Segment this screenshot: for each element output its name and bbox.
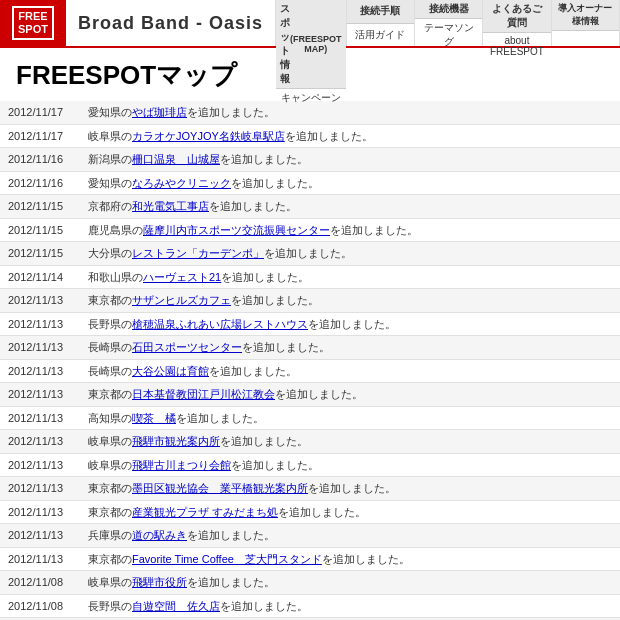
content-cell: 大分県のレストラン「カーデンポ」を追加しました。 [80, 242, 620, 266]
text-suffix: を追加しました。 [308, 482, 396, 494]
location-link[interactable]: 大谷公園は育館 [132, 365, 209, 377]
location-link[interactable]: ハーヴェスト21 [143, 271, 221, 283]
date-cell: 2012/11/13 [0, 359, 80, 383]
nav-theme-song[interactable]: テーマソング [415, 19, 482, 51]
location-link[interactable]: 石田スポーツセンター [132, 341, 242, 353]
table-row: 2012/11/13長崎県の大谷公園は育館を追加しました。 [0, 359, 620, 383]
table-row: 2012/11/15鹿児島県の薩摩川内市スポーツ交流振興センターを追加しました。 [0, 218, 620, 242]
content-cell: 京都府の和光電気工事店を追加しました。 [80, 195, 620, 219]
date-cell: 2012/11/15 [0, 218, 80, 242]
text-prefix: 高知県の [88, 412, 132, 424]
text-suffix: を追加しました。 [308, 318, 396, 330]
location-link[interactable]: 墨田区観光協会 業平橋観光案内所 [132, 482, 308, 494]
text-suffix: を追加しました。 [220, 153, 308, 165]
location-link[interactable]: カラオケJOYJOY名鉄岐阜駅店 [132, 130, 285, 142]
text-suffix: を追加しました。 [221, 271, 309, 283]
location-link[interactable]: 道の駅みき [132, 529, 187, 541]
date-cell: 2012/11/13 [0, 453, 80, 477]
text-prefix: 長野県の [88, 318, 132, 330]
text-prefix: 岐阜県の [88, 576, 132, 588]
text-suffix: を追加しました。 [176, 412, 264, 424]
location-link[interactable]: 飛騨市観光案内所 [132, 435, 220, 447]
nav-campaign[interactable]: キャンペーン [276, 89, 346, 107]
nav-group-1[interactable]: スポット情報(FREESPOT MAP) キャンペーン [276, 0, 347, 46]
date-cell: 2012/11/08 [0, 571, 80, 595]
text-suffix: を追加しました。 [264, 247, 352, 259]
location-link[interactable]: Favorite Time Coffee 芝大門スタンド [132, 553, 322, 565]
text-prefix: 岐阜県の [88, 130, 132, 142]
nav-group-5[interactable]: 導入オーナー様情報 [552, 0, 620, 46]
date-cell: 2012/11/13 [0, 383, 80, 407]
text-suffix: を追加しました。 [285, 130, 373, 142]
location-link[interactable]: 飛騨市役所 [132, 576, 187, 588]
location-link[interactable]: レストラン「カーデンポ」 [132, 247, 264, 259]
text-suffix: を追加しました。 [231, 294, 319, 306]
date-cell: 2012/11/13 [0, 524, 80, 548]
content-cell: 鹿児島県の薩摩川内市スポーツ交流振興センターを追加しました。 [80, 218, 620, 242]
text-prefix: 和歌山県の [88, 271, 143, 283]
table-row: 2012/11/13東京都の墨田区観光協会 業平橋観光案内所を追加しました。 [0, 477, 620, 501]
location-link[interactable]: なろみやクリニック [132, 177, 231, 189]
content-cell: 兵庫県の道の駅みきを追加しました。 [80, 524, 620, 548]
location-link[interactable]: 産業観光プラザ すみだまち処 [132, 506, 278, 518]
table-row: 2012/11/16新潟県の柵口温泉 山城屋を追加しました。 [0, 148, 620, 172]
content-cell: 岐阜県の飛騨古川まつり会館を追加しました。 [80, 453, 620, 477]
text-suffix: を追加しました。 [231, 177, 319, 189]
date-cell: 2012/11/13 [0, 406, 80, 430]
text-prefix: 兵庫県の [88, 529, 132, 541]
text-suffix: を追加しました。 [278, 506, 366, 518]
date-cell: 2012/11/15 [0, 242, 80, 266]
nav-owner-bottom [552, 31, 619, 46]
content-cell: 東京都の産業観光プラザ すみだまち処を追加しました。 [80, 500, 620, 524]
location-link[interactable]: 日本基督教団江戸川松江教会 [132, 388, 275, 400]
date-cell: 2012/11/14 [0, 265, 80, 289]
location-link[interactable]: 柵口温泉 山城屋 [132, 153, 220, 165]
table-row: 2012/11/14和歌山県のハーヴェスト21を追加しました。 [0, 265, 620, 289]
location-link[interactable]: 和光電気工事店 [132, 200, 209, 212]
content-cell: 長崎県の石田スポーツセンターを追加しました。 [80, 336, 620, 360]
date-cell: 2012/11/13 [0, 547, 80, 571]
table-row: 2012/11/13岐阜県の飛騨市観光案内所を追加しました。 [0, 430, 620, 454]
table-row: 2012/11/08長野県の自遊空間 佐久店を追加しました。 [0, 594, 620, 618]
table-row: 2012/11/13長崎県の石田スポーツセンターを追加しました。 [0, 336, 620, 360]
text-prefix: 岐阜県の [88, 435, 132, 447]
location-link[interactable]: 槍穂温泉ふれあい広場レストハウス [132, 318, 308, 330]
nav-owner-top: 導入オーナー様情報 [552, 0, 619, 31]
text-prefix: 鹿児島県の [88, 224, 143, 236]
table-row: 2012/11/13兵庫県の道の駅みきを追加しました。 [0, 524, 620, 548]
nav-group-3[interactable]: 接続機器 テーマソング [415, 0, 483, 46]
content-cell: 新潟県の柵口温泉 山城屋を追加しました。 [80, 148, 620, 172]
table-row: 2012/11/15京都府の和光電気工事店を追加しました。 [0, 195, 620, 219]
content-cell: 長野県の槍穂温泉ふれあい広場レストハウスを追加しました。 [80, 312, 620, 336]
content-cell: 東京都の日本基督教団江戸川松江教会を追加しました。 [80, 383, 620, 407]
table-row: 2012/11/13東京都のFavorite Time Coffee 芝大門スタ… [0, 547, 620, 571]
text-suffix: を追加しました。 [187, 106, 275, 118]
location-link[interactable]: 喫茶 橘 [132, 412, 176, 424]
location-link[interactable]: 薩摩川内市スポーツ交流振興センター [143, 224, 330, 236]
logo-container[interactable]: FREE SPOT [0, 0, 66, 46]
text-suffix: を追加しました。 [275, 388, 363, 400]
date-cell: 2012/11/13 [0, 312, 80, 336]
nav-guide[interactable]: 活用ガイド [347, 24, 414, 47]
content-cell: 東京都のサザンヒルズカフェを追加しました。 [80, 289, 620, 313]
nav-group-4[interactable]: よくあるご質問 about FREESPOT [483, 0, 551, 46]
location-link[interactable]: 飛騨古川まつり会館 [132, 459, 231, 471]
date-cell: 2012/11/13 [0, 336, 80, 360]
location-link[interactable]: やば珈琲店 [132, 106, 187, 118]
header-navigation: スポット情報(FREESPOT MAP) キャンペーン 接続手順 活用ガイド 接… [276, 0, 620, 46]
content-cell: 岐阜県の飛騨市観光案内所を追加しました。 [80, 430, 620, 454]
nav-group-2[interactable]: 接続手順 活用ガイド [347, 0, 415, 46]
location-link[interactable]: 自遊空間 佐久店 [132, 600, 220, 612]
table-row: 2012/11/13東京都の産業観光プラザ すみだまち処を追加しました。 [0, 500, 620, 524]
table-row: 2012/11/13高知県の喫茶 橘を追加しました。 [0, 406, 620, 430]
location-link[interactable]: サザンヒルズカフェ [132, 294, 231, 306]
date-cell: 2012/11/13 [0, 500, 80, 524]
nav-about[interactable]: about FREESPOT [483, 33, 550, 59]
content-cell: 東京都の墨田区観光協会 業平橋観光案内所を追加しました。 [80, 477, 620, 501]
text-prefix: 長崎県の [88, 341, 132, 353]
date-cell: 2012/11/08 [0, 594, 80, 618]
text-suffix: を追加しました。 [330, 224, 418, 236]
table-row: 2012/11/13東京都の日本基督教団江戸川松江教会を追加しました。 [0, 383, 620, 407]
table-row: 2012/11/13東京都のサザンヒルズカフェを追加しました。 [0, 289, 620, 313]
content-cell: 愛知県のやば珈琲店を追加しました。 [80, 101, 620, 124]
